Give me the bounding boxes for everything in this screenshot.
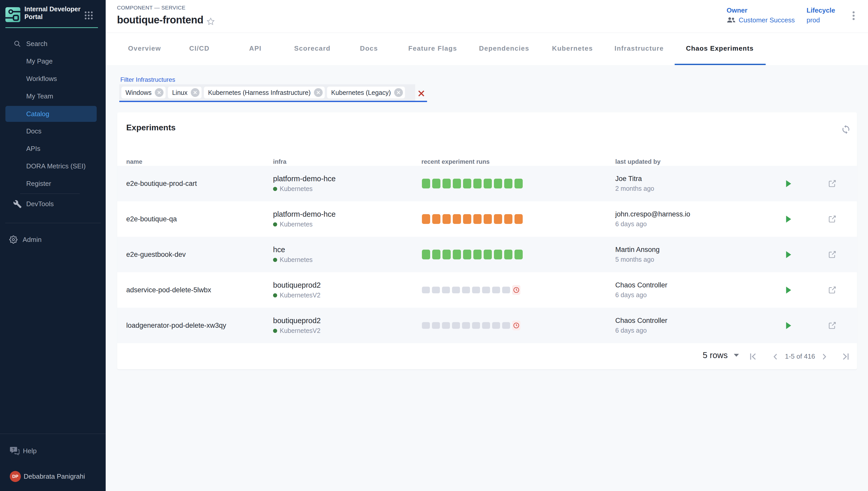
svg-text:?: ? (12, 447, 15, 452)
